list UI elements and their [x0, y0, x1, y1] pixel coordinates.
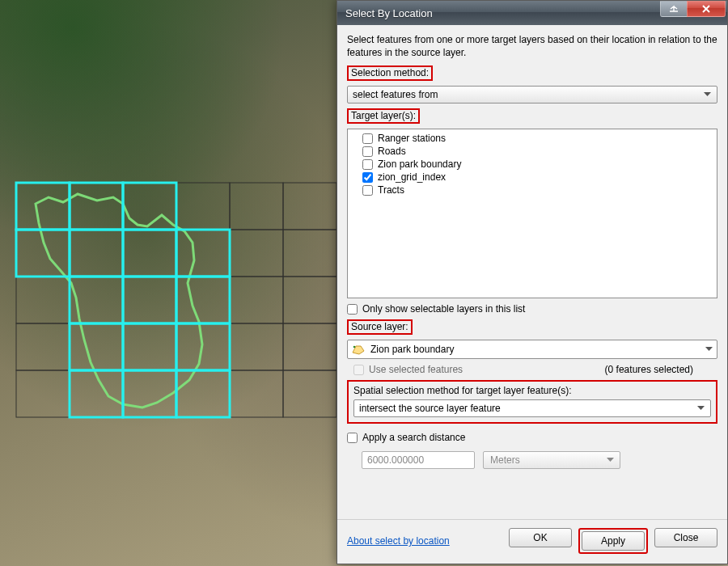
target-layer-item[interactable]: Zion park boundary [351, 158, 713, 171]
svg-rect-39 [176, 277, 230, 323]
chevron-down-icon [700, 92, 713, 97]
target-layer-checkbox[interactable] [362, 159, 373, 170]
svg-rect-22 [230, 323, 283, 370]
svg-rect-20 [123, 323, 176, 370]
apply-button-highlight: Apply [578, 528, 648, 554]
window-controls [661, 1, 726, 17]
svg-rect-40 [70, 323, 123, 370]
selection-method-dropdown[interactable]: select features from [347, 86, 717, 103]
only-selectable-label: Only show selectable layers in this list [362, 303, 525, 315]
apply-distance-label: Apply a search distance [362, 432, 465, 443]
target-layer-checkbox[interactable] [362, 172, 373, 183]
svg-point-46 [353, 346, 356, 348]
svg-rect-32 [123, 183, 176, 230]
target-layers-list[interactable]: Ranger stationsRoadsZion park boundaryzi… [347, 129, 717, 298]
svg-rect-9 [176, 230, 230, 277]
svg-rect-38 [123, 277, 176, 323]
selected-cells [16, 183, 230, 417]
use-selected-input [353, 365, 364, 375]
svg-rect-4 [230, 183, 283, 230]
svg-rect-2 [123, 183, 176, 230]
svg-rect-14 [123, 277, 176, 323]
polygon-layer-icon [351, 343, 366, 356]
svg-rect-31 [70, 183, 123, 230]
spatial-method-value: intersect the source layer feature [359, 403, 694, 414]
target-layer-label: Tracts [378, 184, 404, 196]
only-selectable-checkbox[interactable]: Only show selectable layers in this list [347, 303, 717, 315]
target-layer-item[interactable]: Tracts [351, 184, 713, 196]
svg-rect-0 [16, 183, 70, 230]
svg-rect-29 [283, 370, 336, 417]
close-dialog-button[interactable]: Close [654, 528, 717, 547]
spatial-method-dropdown[interactable]: intersect the source layer feature [353, 399, 711, 417]
close-button[interactable] [687, 1, 726, 17]
intro-text: Select features from one or more target … [347, 33, 717, 59]
spatial-method-section: Spatial selection method for target laye… [347, 380, 717, 424]
svg-rect-18 [16, 323, 70, 370]
window-title: Select By Location [345, 7, 661, 19]
svg-rect-45 [176, 370, 230, 417]
target-layer-label: Ranger stations [378, 133, 446, 144]
target-layer-item[interactable]: Roads [351, 145, 713, 158]
use-selected-features-checkbox: Use selected features [353, 364, 463, 375]
target-layer-label: zion_grid_index [378, 171, 446, 183]
source-layer-dropdown[interactable]: Zion park boundary [347, 340, 717, 359]
svg-rect-15 [176, 277, 230, 323]
selection-method-value: select features from [353, 89, 700, 100]
svg-rect-23 [283, 323, 336, 370]
titlebar[interactable]: Select By Location [337, 1, 727, 25]
chevron-down-icon [702, 347, 715, 352]
target-layer-item[interactable]: Ranger stations [351, 132, 713, 145]
target-layer-label: Roads [378, 146, 406, 157]
svg-rect-26 [123, 370, 176, 417]
svg-rect-11 [283, 230, 336, 277]
only-selectable-input[interactable] [347, 304, 358, 315]
features-selected-count: (0 features selected) [605, 364, 717, 375]
svg-rect-19 [70, 323, 123, 370]
ok-button[interactable]: OK [509, 528, 572, 547]
search-distance-unit-dropdown[interactable]: Meters [483, 451, 620, 469]
apply-button[interactable]: Apply [582, 531, 645, 551]
search-distance-unit: Meters [490, 454, 603, 466]
svg-rect-36 [176, 230, 230, 277]
svg-rect-10 [230, 230, 283, 277]
source-layer-value: Zion park boundary [370, 344, 697, 355]
target-layer-label: Zion park boundary [378, 158, 461, 170]
target-layer-checkbox[interactable] [362, 146, 373, 157]
help-button[interactable] [660, 1, 688, 17]
svg-rect-28 [230, 370, 283, 417]
svg-rect-44 [123, 370, 176, 417]
svg-rect-3 [176, 183, 230, 230]
svg-rect-16 [230, 277, 283, 323]
svg-rect-8 [123, 230, 176, 277]
chevron-down-icon [694, 406, 707, 411]
apply-distance-input[interactable] [347, 433, 358, 443]
svg-rect-17 [283, 277, 336, 323]
svg-rect-24 [16, 370, 70, 417]
selection-method-label: Selection method: [347, 65, 433, 81]
apply-search-distance-checkbox[interactable]: Apply a search distance [347, 432, 717, 443]
dialog-footer: About select by location OK Apply Close [337, 519, 727, 564]
svg-rect-35 [123, 230, 176, 277]
source-layer-label: Source layer: [347, 319, 413, 335]
svg-rect-5 [283, 183, 336, 230]
svg-rect-34 [70, 230, 123, 277]
svg-rect-27 [176, 370, 230, 417]
target-layer-item[interactable]: zion_grid_index [351, 171, 713, 184]
svg-rect-1 [70, 183, 123, 230]
select-by-location-dialog: Select By Location Select features from … [336, 0, 728, 564]
chevron-down-icon [603, 458, 616, 463]
svg-rect-41 [123, 323, 176, 370]
use-selected-label: Use selected features [369, 364, 463, 375]
svg-rect-7 [70, 230, 123, 277]
target-layer-checkbox[interactable] [362, 185, 373, 196]
target-layers-label: Target layer(s): [347, 108, 420, 124]
search-distance-input[interactable] [362, 451, 475, 469]
spatial-method-label: Spatial selection method for target laye… [353, 385, 571, 396]
about-link[interactable]: About select by location [347, 535, 501, 547]
svg-rect-30 [16, 183, 70, 230]
target-layer-checkbox[interactable] [362, 133, 373, 144]
svg-rect-12 [16, 277, 70, 323]
